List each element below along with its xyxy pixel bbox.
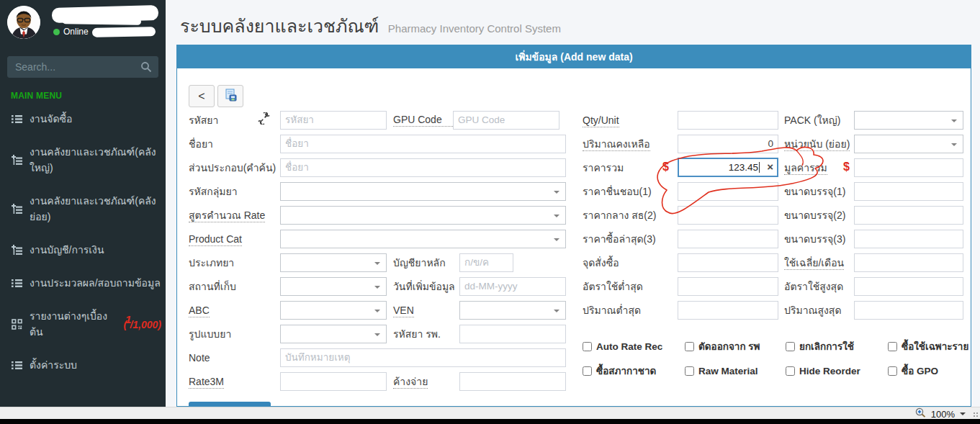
checkbox-discontinue-use[interactable]: ยกเลิกการใช้ xyxy=(786,338,888,354)
sidebar-item-settings[interactable]: ตั้งค่าระบบ xyxy=(0,348,166,382)
sidebar-item-procurement[interactable]: งานจัดซื้อ xyxy=(0,102,166,135)
dosage-form-select[interactable] xyxy=(280,325,387,343)
last-purchase-price-input[interactable] xyxy=(678,230,778,248)
max-usage-rate-input[interactable] xyxy=(854,277,963,296)
field-label: Product Cat xyxy=(189,233,280,245)
checkbox-remove-from-hospital[interactable]: ตัดออกจาก รพ xyxy=(685,338,786,354)
text-caret xyxy=(759,162,760,173)
median-price-input[interactable] xyxy=(678,206,778,225)
total-value-input[interactable] xyxy=(854,158,963,177)
search-input[interactable] xyxy=(7,56,158,78)
sidebar-item-accounting[interactable]: งานบัญชี/การเงิน xyxy=(0,233,166,266)
checkbox[interactable] xyxy=(685,366,694,376)
ven-select[interactable] xyxy=(459,301,566,320)
browser-status-bar: 100% xyxy=(0,407,980,419)
form-row: ราคารวม$ × มูลค่ารวม$ xyxy=(583,155,963,179)
checkbox-buy-per-case[interactable]: ซื้อใช้เฉพาะราย xyxy=(888,338,968,354)
sidebar-item-processing[interactable]: งานประมวลผล/สอบถามข้อมูล xyxy=(0,266,166,299)
reorder-point-input[interactable] xyxy=(678,253,778,272)
note-input[interactable] xyxy=(280,348,566,367)
form-row: ปริมาณคงเหลือ หน่วยนับ (ย่อย) xyxy=(583,132,963,155)
pack-size3-input[interactable] xyxy=(854,230,963,248)
gpu-code-input[interactable] xyxy=(453,111,559,130)
drug-code-input[interactable] xyxy=(280,111,387,130)
form-row: Note xyxy=(189,346,566,369)
pending-payment-input[interactable] xyxy=(459,372,566,391)
drug-name-input[interactable] xyxy=(280,135,566,153)
preferred-price-input[interactable] xyxy=(678,182,778,201)
qty-unit-input[interactable] xyxy=(678,111,778,130)
dollar-icon: $ xyxy=(662,161,669,173)
checkbox-buy-red-cross[interactable]: ซื้อสภากาชาด xyxy=(583,363,685,379)
drug-type-select[interactable] xyxy=(280,253,387,272)
sidebar-item-label: รายงานต่างๆเบื้องต้น xyxy=(30,308,114,340)
abc-select[interactable] xyxy=(280,301,387,320)
pack-size1-input[interactable] xyxy=(854,182,963,201)
checkbox[interactable] xyxy=(786,342,795,351)
field-label: สถานที่เก็บ xyxy=(189,279,280,294)
sidebar-item-sub-warehouse[interactable]: งานคลังยาและเวชภัณฑ์(คลังย่อย) xyxy=(0,184,166,233)
checkbox[interactable] xyxy=(583,366,592,376)
search-icon[interactable] xyxy=(140,61,152,76)
pack-size2-input[interactable] xyxy=(854,206,963,225)
checkbox[interactable] xyxy=(888,342,897,351)
form-row: ราคาชื่นชอบ(1) ขนาดบรรจุ(1) xyxy=(583,179,963,203)
zoom-level-label: 100% xyxy=(931,409,955,420)
field-label: มูลค่ารวม$ xyxy=(784,160,853,176)
field-label: หน่วยนับ (ย่อย) xyxy=(784,136,853,152)
checkbox[interactable] xyxy=(888,366,897,376)
form-row: จุดสั่งซื้อ ใช้เฉลี่ย/เดือน xyxy=(583,251,963,274)
min-qty-input[interactable] xyxy=(678,301,778,320)
checkbox-hide-reorder[interactable]: Hide Reorder xyxy=(786,363,888,379)
field-label: ราคาซื้อล่าสุด(3) xyxy=(583,231,678,247)
product-cat-select[interactable] xyxy=(280,230,566,248)
form-row: ABC VEN xyxy=(189,298,566,322)
main-content: ระบบคลังยาและเวชภัณฑ์ Pharmacy Inventory… xyxy=(166,0,980,407)
max-qty-input[interactable] xyxy=(854,301,963,320)
resize-grip[interactable] xyxy=(973,412,979,418)
checkbox-auto-rate-rec[interactable]: Auto Rate Rec xyxy=(583,338,685,354)
composition-input[interactable] xyxy=(280,158,566,177)
field-label: ขนาดบรรจุ(3) xyxy=(784,231,853,247)
drug-group-select[interactable] xyxy=(280,182,566,201)
unit-small-select[interactable] xyxy=(854,135,963,153)
clear-icon[interactable]: × xyxy=(767,161,773,173)
user-avatar[interactable] xyxy=(7,6,40,39)
field-label: อัตราใช้ต่ำสุด xyxy=(583,279,678,294)
main-drug-account-input[interactable] xyxy=(459,253,513,272)
form-row: Qty/Unit PACK (ใหญ่) xyxy=(583,108,963,132)
remaining-qty-input[interactable] xyxy=(678,135,778,153)
field-label: ประเภทยา xyxy=(189,255,280,271)
form-row: ปริมาณต่ำสุด ปริมาณสูงสุด xyxy=(583,298,963,322)
field-label: อัตราใช้สูงสุด xyxy=(784,279,853,294)
save-button[interactable] xyxy=(217,85,243,107)
panel-title: เพิ่มข้อมูล (Add new data) xyxy=(177,45,971,68)
form-row: อัตราใช้ต่ำสุด อัตราใช้สูงสุด xyxy=(583,274,963,298)
list-icon xyxy=(11,278,22,289)
page-subtitle: Pharmacy Inventory Control System xyxy=(388,22,561,35)
checkbox-buy-gpo[interactable]: ซื้อ GPO xyxy=(888,363,968,379)
storage-location-select[interactable] xyxy=(280,277,387,296)
form-row: ชื่อยา xyxy=(189,132,566,155)
total-price-input[interactable] xyxy=(678,158,778,177)
field-label: ราคารวม$ xyxy=(583,160,678,176)
rate-formula-select[interactable] xyxy=(280,206,566,225)
field-label: จุดสั่งซื้อ xyxy=(583,255,678,271)
back-button[interactable]: < xyxy=(189,85,215,107)
save-submit-button-partial[interactable] xyxy=(189,402,271,406)
date-added-input[interactable] xyxy=(459,277,566,296)
checkbox[interactable] xyxy=(583,342,592,351)
checkbox[interactable] xyxy=(786,366,795,376)
checkbox[interactable] xyxy=(685,342,694,351)
sidebar-item-main-warehouse[interactable]: งานคลังยาและเวชภัณฑ์(คลังใหญ่) xyxy=(0,135,166,184)
sidebar-item-reports[interactable]: รายงานต่างๆเบื้องต้น (1/1,000) xyxy=(0,299,166,348)
pack-large-select[interactable] xyxy=(854,111,963,130)
checkbox-raw-material[interactable]: Raw Material xyxy=(685,363,786,379)
rate3m-input[interactable] xyxy=(280,372,387,391)
field-label: Note xyxy=(189,352,280,364)
list-icon xyxy=(11,114,22,125)
broken-link-icon[interactable] xyxy=(258,112,270,127)
avg-use-per-month-input[interactable] xyxy=(854,253,963,272)
hospital-drug-code-input[interactable] xyxy=(459,325,566,343)
min-usage-rate-input[interactable] xyxy=(678,277,778,296)
